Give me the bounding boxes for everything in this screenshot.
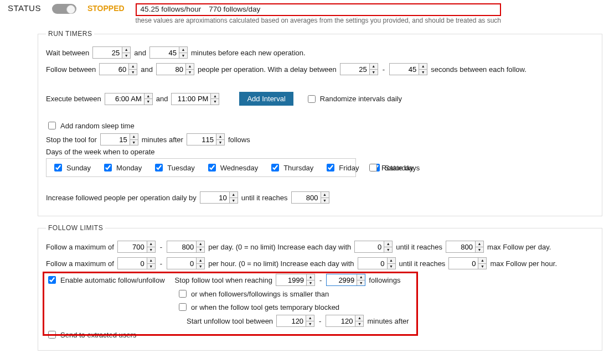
day-min-input[interactable] [118, 241, 147, 252]
spinner-icon[interactable]: ▲▼ [384, 241, 392, 252]
or-ratio-label: or when followers/followings is smaller … [191, 290, 329, 298]
spinner-icon[interactable]: ▲▼ [369, 64, 378, 75]
follow-min-input[interactable] [100, 64, 128, 75]
rate-per-hour: 45.25 follows/hour [141, 5, 202, 13]
spinner-icon[interactable]: ▲▼ [387, 258, 395, 269]
day-wednesday[interactable]: Wednesday [206, 162, 258, 173]
spinner-icon[interactable]: ▲▼ [306, 315, 314, 326]
day-monday[interactable]: Monday [102, 162, 142, 173]
day-thursday[interactable]: Thursday [269, 162, 313, 173]
wait-between-label: Wait between [46, 49, 89, 57]
spinner-icon[interactable]: ▲▼ [229, 192, 238, 203]
until-label: until it reaches [396, 243, 442, 251]
exec-from-input[interactable] [105, 93, 144, 105]
add-interval-button[interactable]: Add Interval [239, 92, 293, 106]
day-max-input[interactable] [167, 241, 196, 252]
and-label-3: and [156, 95, 168, 103]
randomize-checkbox[interactable]: Randomize intervals daily [306, 93, 402, 105]
stop-lo-input[interactable] [276, 274, 306, 285]
hour-tail: max Follow per hour. [490, 259, 557, 268]
or-blocked-checkbox[interactable]: or when the follow tool gets temporary b… [177, 301, 339, 313]
spinner-icon[interactable]: ▲▼ [321, 192, 329, 203]
start-unfollow-label: Start unfollow tool between [187, 317, 273, 325]
unfollow-lo-input[interactable] [277, 315, 306, 326]
delay-min-input[interactable] [340, 64, 369, 75]
increase-limit-input[interactable] [292, 192, 321, 203]
and-label-2: and [141, 65, 153, 74]
until-label-2: until it reaches [399, 259, 446, 268]
spinner-icon[interactable]: ▲▼ [216, 134, 224, 145]
spinner-icon[interactable]: ▲▼ [179, 47, 187, 58]
spinner-icon[interactable]: ▲▼ [147, 258, 155, 269]
spinner-icon[interactable]: ▲▼ [475, 241, 483, 252]
day-friday[interactable]: Friday [324, 162, 359, 173]
spinner-icon[interactable]: ▲▼ [355, 315, 363, 326]
follow-limits-legend: FOLLOW LIMITS [46, 224, 105, 232]
max-hour-label: Follow a maximum of [46, 259, 114, 268]
spinner-icon[interactable]: ▲▼ [185, 64, 194, 75]
stop-when-label: Stop follow tool when reaching [175, 276, 272, 284]
run-timers-section: RUN TIMERS Wait between ▲▼ and ▲▼ minute… [38, 30, 602, 216]
delay-max-input[interactable] [390, 64, 419, 75]
spinner-icon[interactable]: ▲▼ [196, 258, 204, 269]
exec-to-input[interactable] [172, 93, 210, 105]
hour-min-input[interactable] [118, 258, 147, 269]
day-reach-input[interactable] [446, 241, 475, 252]
spinner-icon[interactable]: ▲▼ [130, 134, 138, 145]
spinner-icon[interactable]: ▲▼ [122, 47, 130, 58]
spinner-icon[interactable]: ▲▼ [478, 258, 486, 269]
stop-tool-mid: minutes after [142, 136, 183, 144]
rotate-days-checkbox[interactable]: Rotate days [367, 162, 420, 173]
stop-tool-tail: follows [228, 136, 250, 144]
hour-max-input[interactable] [167, 258, 196, 269]
wait-min-input[interactable] [93, 47, 122, 58]
follow-between-label: Follow between [46, 65, 96, 74]
stop-tool-value[interactable] [101, 134, 130, 145]
spinner-icon[interactable]: ▲▼ [357, 274, 365, 285]
status-state: STOPPED [87, 4, 125, 13]
stop-tool-after[interactable] [187, 134, 216, 145]
dash: - [159, 259, 163, 268]
hour-reach-input[interactable] [449, 258, 478, 269]
days-label: Days of the week when to operate [46, 148, 155, 156]
dash: - [318, 276, 323, 284]
hour-inc-input[interactable] [358, 258, 387, 269]
stop-tool-label: Stop the tool for [46, 136, 97, 144]
unfollow-hi-input[interactable] [326, 315, 355, 326]
spinner-icon[interactable]: ▲▼ [147, 241, 155, 252]
minutes-after-label: minutes after [367, 317, 409, 325]
dash: - [159, 243, 163, 251]
day-tail: max Follow per day. [487, 243, 551, 251]
follow-tail: seconds between each follow. [431, 65, 527, 74]
enable-auto-checkbox[interactable]: Enable automatic follow/unfollow [46, 274, 165, 285]
or-ratio-checkbox[interactable]: or when followers/followings is smaller … [177, 288, 329, 299]
spinner-icon[interactable]: ▲▼ [306, 274, 314, 285]
spinner-icon[interactable]: ▲▼ [128, 64, 137, 75]
add-sleep-checkbox[interactable]: Add random sleep time [46, 120, 135, 131]
day-tuesday[interactable]: Tuesday [153, 162, 194, 173]
follow-limits-section: FOLLOW LIMITS Follow a maximum of ▲▼ - ▲… [38, 224, 602, 351]
status-toggle[interactable] [52, 4, 76, 14]
spinner-icon[interactable]: ▲▼ [210, 93, 219, 105]
wait-max-input[interactable] [150, 47, 179, 58]
until-reaches-label: until it reaches [241, 194, 288, 202]
day-inc-input[interactable] [355, 241, 384, 252]
days-box: Sunday Monday Tuesday Wednesday Thursday… [46, 158, 356, 177]
approx-note: these values are aproximations calculate… [136, 17, 501, 24]
status-row: STATUS STOPPED 45.25 follows/hour 770 fo… [6, 3, 603, 28]
spinner-icon[interactable]: ▲▼ [144, 93, 152, 105]
or-blocked-label: or when the follow tool gets temporary b… [191, 303, 339, 311]
stop-hi-input[interactable] [327, 274, 357, 285]
increase-by-input[interactable] [200, 192, 229, 203]
dash: - [318, 317, 322, 325]
execute-between-label: Execute between [46, 95, 101, 103]
send-extracted-checkbox[interactable]: Send to extracted users [46, 329, 136, 340]
enable-auto-label: Enable automatic follow/unfollow [60, 276, 165, 284]
and-label: and [134, 49, 146, 57]
spinner-icon[interactable]: ▲▼ [196, 241, 204, 252]
add-sleep-label: Add random sleep time [60, 122, 135, 130]
day-sunday[interactable]: Sunday [52, 162, 91, 173]
rate-per-day: 770 follows/day [209, 5, 260, 13]
spinner-icon[interactable]: ▲▼ [419, 64, 427, 75]
follow-max-input[interactable] [157, 64, 185, 75]
